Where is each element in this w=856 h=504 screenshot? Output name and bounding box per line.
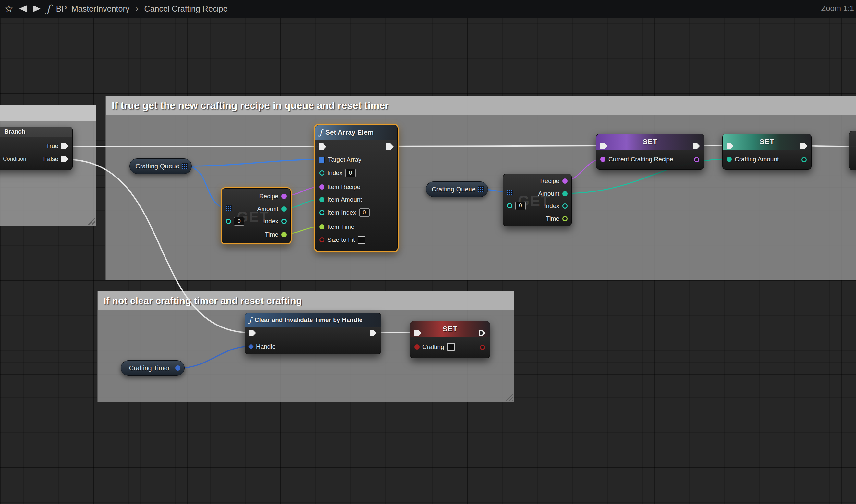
exec-in-pin[interactable] <box>249 330 256 336</box>
array-output-pin[interactable] <box>478 186 484 192</box>
exec-out-pin[interactable] <box>479 330 486 336</box>
array-get-node-2[interactable]: GET 0 Recipe Amount Index Time <box>503 174 572 226</box>
item-amount-pin[interactable] <box>319 197 324 202</box>
time-output-pin[interactable] <box>562 216 568 221</box>
handle-pin[interactable] <box>248 344 254 349</box>
branch-true-label: True <box>46 142 58 150</box>
crafting-timer-variable[interactable]: Crafting Timer <box>121 360 185 376</box>
back-icon[interactable] <box>19 5 27 12</box>
item-index-value-box[interactable]: 0 <box>359 208 370 217</box>
item-index-pin[interactable] <box>319 210 324 215</box>
breadcrumb-separator-icon: › <box>135 4 138 14</box>
branch-false-exec-pin[interactable] <box>61 156 69 162</box>
exec-out-pin[interactable] <box>693 143 700 149</box>
favorite-star-icon[interactable]: ☆ <box>4 4 13 14</box>
comment-resize-handle[interactable] <box>505 393 513 401</box>
set-title: SET <box>596 138 704 146</box>
exec-out-pin[interactable] <box>800 143 807 149</box>
index-output-pin[interactable] <box>281 219 287 224</box>
index-value-box[interactable]: 0 <box>515 201 526 210</box>
index-value-box[interactable]: 0 <box>234 217 244 226</box>
crafting-queue-variable-2[interactable]: Crafting Queue <box>426 181 488 197</box>
crafting-queue-label: Crafting Queue <box>135 163 179 170</box>
amount-output-pin[interactable] <box>281 206 287 212</box>
set-current-crafting-recipe-node[interactable]: SET Current Crafting Recipe <box>596 134 704 170</box>
offscreen-node[interactable] <box>849 131 856 170</box>
breadcrumb-current[interactable]: Cancel Crafting Recipe <box>144 4 228 14</box>
recipe-output-pin[interactable] <box>694 157 699 162</box>
size-to-fit-label: Size to Fit <box>327 236 355 244</box>
crafting-amount-pin[interactable] <box>727 157 732 162</box>
amount-label: Amount <box>538 190 559 197</box>
item-time-pin[interactable] <box>319 224 324 230</box>
crafting-queue-label: Crafting Queue <box>432 186 476 193</box>
forward-icon[interactable] <box>33 5 40 12</box>
array-get-node-1[interactable]: GET 0 Recipe Amount Index Time <box>221 188 291 244</box>
size-to-fit-pin[interactable] <box>319 237 324 242</box>
comment-left-header[interactable] <box>0 105 96 121</box>
function-graph-icon: ƒ <box>47 3 50 15</box>
crafting-checkbox[interactable] <box>447 343 455 351</box>
crafting-label: Crafting <box>423 343 444 350</box>
index-label: Index <box>327 169 342 177</box>
branch-condition-label: Condition <box>3 156 26 162</box>
crafting-bool-pin[interactable] <box>414 344 420 349</box>
comment-resize-handle[interactable] <box>87 217 95 225</box>
clear-timer-node[interactable]: ƒ Clear and Invalidate Timer by Handle H… <box>245 313 381 354</box>
recipe-label: Recipe <box>540 178 559 185</box>
set-crafting-node[interactable]: SET Crafting <box>410 321 490 358</box>
crafting-output-pin[interactable] <box>480 345 485 350</box>
item-time-label: Item Time <box>327 223 354 230</box>
time-label: Time <box>546 215 559 222</box>
crafting-queue-variable-1[interactable]: Crafting Queue <box>129 158 192 174</box>
exec-in-pin[interactable] <box>727 143 734 149</box>
amount-label: Amount <box>257 205 279 213</box>
index-value-box[interactable]: 0 <box>345 169 356 177</box>
exec-out-pin[interactable] <box>370 330 377 336</box>
set-array-elem-node[interactable]: ƒ Set Array Elem Target Array Index 0 It… <box>315 125 398 251</box>
size-to-fit-checkbox[interactable] <box>358 236 365 244</box>
item-recipe-pin[interactable] <box>319 184 324 190</box>
comment-timer-header[interactable]: If not clear crafting timer and reset cr… <box>98 291 514 310</box>
exec-in-pin[interactable] <box>600 143 607 149</box>
crafting-amount-label: Crafting Amount <box>735 156 779 163</box>
index-input-pin[interactable] <box>507 203 512 208</box>
branch-node-title: Branch <box>4 128 25 135</box>
target-array-pin[interactable] <box>319 157 325 163</box>
target-array-pin[interactable] <box>226 205 232 211</box>
item-index-label: Item Index <box>327 209 356 216</box>
exec-in-pin[interactable] <box>414 330 422 336</box>
exec-in-pin[interactable] <box>319 143 326 150</box>
index-input-pin[interactable] <box>226 219 231 224</box>
branch-node[interactable]: Branch True False Condition <box>0 127 73 170</box>
current-crafting-recipe-pin[interactable] <box>600 157 606 162</box>
recipe-output-pin[interactable] <box>562 179 568 184</box>
current-crafting-recipe-label: Current Crafting Recipe <box>608 156 673 163</box>
array-output-pin[interactable] <box>182 163 188 169</box>
set-crafting-amount-node[interactable]: SET Crafting Amount <box>722 134 812 170</box>
index-pin[interactable] <box>319 170 324 176</box>
crafting-timer-label: Crafting Timer <box>129 364 170 372</box>
index-output-pin[interactable] <box>562 203 568 209</box>
branch-true-exec-pin[interactable] <box>61 143 69 149</box>
comment-queue-title: If true get the new crafting recipe in q… <box>112 100 389 112</box>
recipe-output-pin[interactable] <box>281 194 287 199</box>
time-label: Time <box>265 231 279 238</box>
set-title: SET <box>410 325 490 333</box>
comment-queue-header[interactable]: If true get the new crafting recipe in q… <box>106 96 856 115</box>
recipe-label: Recipe <box>259 193 279 200</box>
blueprint-graph-canvas[interactable]: If true get the new crafting recipe in q… <box>0 0 856 504</box>
exec-out-pin[interactable] <box>387 143 394 150</box>
target-array-label: Target Array <box>328 156 361 163</box>
target-array-pin[interactable] <box>507 190 513 195</box>
item-amount-label: Item Amount <box>327 196 362 203</box>
amount-output-pin[interactable] <box>802 157 807 162</box>
amount-output-pin[interactable] <box>562 191 568 196</box>
time-output-pin[interactable] <box>281 232 287 237</box>
breadcrumb-root[interactable]: BP_MasterInventory <box>56 4 130 14</box>
function-icon: ƒ <box>249 316 251 324</box>
set-title: SET <box>723 138 811 146</box>
set-array-elem-title: Set Array Elem <box>325 128 374 136</box>
timer-output-pin[interactable] <box>175 365 180 371</box>
zoom-level-label: Zoom 1:1 <box>821 4 854 13</box>
